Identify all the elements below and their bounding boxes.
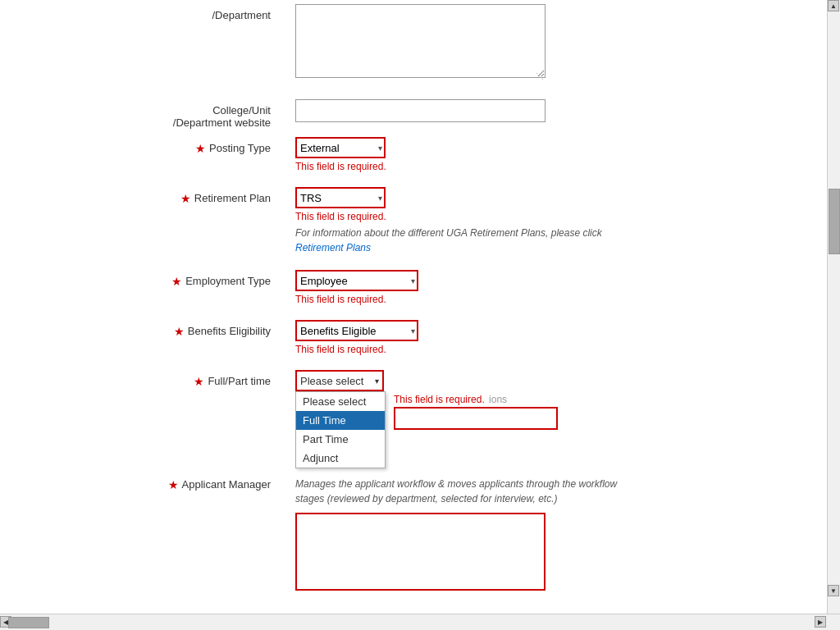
full-part-time-field-col: Please select ▾ Please select Full Time … xyxy=(295,370,802,391)
employment-type-required-star: ★ xyxy=(171,275,182,289)
scroll-down-arrow[interactable]: ▼ xyxy=(828,585,839,596)
full-part-time-select-box[interactable]: Please select ▾ xyxy=(295,370,384,391)
applicant-manager-required-star: ★ xyxy=(168,478,179,492)
college-unit-label-col: College/Unit /Department website xyxy=(25,104,271,129)
full-part-time-dropdown-menu: Please select Full Time Part Time Adjunc… xyxy=(295,391,386,468)
applicant-manager-info-text: Manages the applicant workflow & moves a… xyxy=(295,478,617,504)
full-part-time-chevron-icon: ▾ xyxy=(375,377,379,386)
full-part-time-text-input[interactable] xyxy=(394,407,558,430)
retirement-plan-error: This field is required. xyxy=(295,211,802,222)
retirement-plan-field-col: TRS ORP GSEPS ▾ This field is required. … xyxy=(295,187,802,255)
full-part-time-option-please-select[interactable]: Please select xyxy=(296,392,385,411)
posting-type-row: ★ Posting Type External Internal ▾ This … xyxy=(295,137,802,172)
benefits-eligibility-select[interactable]: Benefits Eligible Not Eligible xyxy=(295,320,418,341)
retirement-plan-select[interactable]: TRS ORP GSEPS xyxy=(295,187,386,208)
applicant-manager-info: Manages the applicant workflow & moves a… xyxy=(295,477,623,506)
full-part-time-side-area: This field is required. ions xyxy=(394,370,574,430)
college-unit-label-block: College/Unit /Department website xyxy=(173,104,271,129)
department-row: /Department ⋱ xyxy=(295,4,802,84)
applicant-manager-label: Applicant Manager xyxy=(182,478,271,491)
benefits-eligibility-label: Benefits Eligibility xyxy=(188,325,271,337)
applicant-manager-row: ★ Applicant Manager Manages the applican… xyxy=(295,473,802,591)
full-part-time-selected-value: Please select xyxy=(300,375,363,387)
retirement-plan-info: For information about the different UGA … xyxy=(295,226,623,255)
full-part-time-required-star: ★ xyxy=(194,375,204,389)
posting-type-select-wrapper: External Internal ▾ xyxy=(295,137,386,158)
retirement-plan-info-text: For information about the different UGA … xyxy=(295,227,602,239)
benefits-eligibility-required-star: ★ xyxy=(174,325,185,339)
full-part-time-option-full-time[interactable]: Full Time xyxy=(296,411,385,430)
posting-type-select[interactable]: External Internal xyxy=(295,137,386,158)
page-wrapper: ▲ ▼ ◀ ▶ /Department ⋱ xyxy=(0,0,840,630)
posting-type-label: Posting Type xyxy=(209,142,271,154)
horizontal-scrollbar-thumb[interactable] xyxy=(8,617,49,628)
full-part-time-label-col: ★ Full/Part time xyxy=(25,375,271,389)
department-textarea[interactable] xyxy=(295,4,546,78)
form-content: /Department ⋱ College/Unit /Department w… xyxy=(0,0,827,614)
full-part-time-select-display[interactable]: Please select ▾ xyxy=(295,370,384,391)
vertical-scrollbar[interactable]: ▲ ▼ xyxy=(827,0,840,614)
full-part-time-error: This field is required. ions xyxy=(394,394,574,405)
full-part-time-row: ★ Full/Part time Please select ▾ xyxy=(295,370,802,391)
full-part-time-option-part-time[interactable]: Part Time xyxy=(296,430,385,449)
benefits-eligibility-field-col: Benefits Eligible Not Eligible ▾ This fi… xyxy=(295,320,802,355)
department-label: /Department xyxy=(212,9,271,21)
retirement-plan-label: Retirement Plan xyxy=(194,192,271,204)
applicant-manager-label-col: ★ Applicant Manager xyxy=(25,478,271,492)
department-label-col: /Department xyxy=(25,9,271,21)
employment-type-field-col: Employee Contractor Volunteer ▾ This fie… xyxy=(295,270,802,305)
applicant-manager-field-col: Manages the applicant workflow & moves a… xyxy=(295,473,802,591)
horizontal-scrollbar[interactable]: ◀ ▶ xyxy=(0,614,840,630)
full-part-time-error-text: This field is required. xyxy=(394,394,485,405)
scroll-up-arrow[interactable]: ▲ xyxy=(828,0,839,11)
benefits-eligibility-label-col: ★ Benefits Eligibility xyxy=(25,325,271,339)
retirement-plan-select-wrapper: TRS ORP GSEPS ▾ xyxy=(295,187,386,208)
college-unit-row: College/Unit /Department website xyxy=(295,99,802,122)
full-part-time-label: Full/Part time xyxy=(208,375,271,387)
retirement-plan-required-star: ★ xyxy=(180,192,191,206)
full-part-time-option-adjunct[interactable]: Adjunct xyxy=(296,449,385,468)
college-unit-label: College/Unit xyxy=(173,104,271,116)
posting-type-field-col: External Internal ▾ This field is requir… xyxy=(295,137,802,172)
employment-type-row: ★ Employment Type Employee Contractor Vo… xyxy=(295,270,802,305)
scrollbar-thumb[interactable] xyxy=(829,189,840,254)
applicant-manager-input-area[interactable] xyxy=(295,513,546,591)
employment-type-label: Employment Type xyxy=(185,275,271,287)
full-part-time-ions-text: ions xyxy=(489,394,507,405)
posting-type-label-col: ★ Posting Type xyxy=(25,142,271,156)
scroll-right-arrow[interactable]: ▶ xyxy=(815,616,826,628)
benefits-eligibility-error: This field is required. xyxy=(295,344,802,355)
employment-type-error: This field is required. xyxy=(295,294,802,305)
retirement-plan-label-col: ★ Retirement Plan xyxy=(25,192,271,206)
department-field-col: ⋱ xyxy=(295,4,802,84)
form-section: /Department ⋱ College/Unit /Department w… xyxy=(295,4,802,591)
college-unit-field-col xyxy=(295,99,802,122)
posting-type-required-star: ★ xyxy=(195,142,206,156)
benefits-eligibility-row: ★ Benefits Eligibility Benefits Eligible… xyxy=(295,320,802,355)
college-unit-sub-label: /Department website xyxy=(173,116,271,129)
employment-type-label-col: ★ Employment Type xyxy=(25,275,271,289)
posting-type-error: This field is required. xyxy=(295,161,802,172)
full-part-time-dropdown-container: Please select ▾ Please select Full Time … xyxy=(295,370,384,391)
retirement-plan-row: ★ Retirement Plan TRS ORP GSEPS ▾ This f… xyxy=(295,187,802,255)
benefits-eligibility-select-wrapper: Benefits Eligible Not Eligible ▾ xyxy=(295,320,418,341)
retirement-plans-link[interactable]: Retirement Plans xyxy=(295,242,371,253)
employment-type-select-wrapper: Employee Contractor Volunteer ▾ xyxy=(295,270,418,291)
college-unit-input[interactable] xyxy=(295,99,546,122)
employment-type-select[interactable]: Employee Contractor Volunteer xyxy=(295,270,418,291)
